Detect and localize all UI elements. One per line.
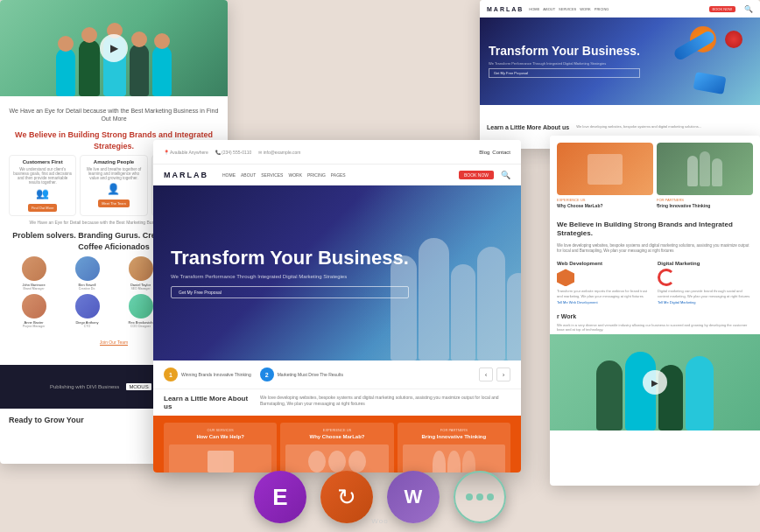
dots-container: [466, 494, 494, 500]
right-webdev: Web Development Transform your website r…: [557, 261, 652, 304]
woo-symbol: W: [405, 486, 423, 508]
center-book-btn[interactable]: BOOK NOW: [459, 171, 494, 179]
team-member-1: John Bartmore Brand Manager: [9, 256, 59, 290]
center-about: Learn a Little More About us We love dev…: [153, 389, 521, 416]
right-section-title: We Believe in Building Strong Brands and…: [550, 215, 760, 242]
right-play-btn[interactable]: ▶: [643, 370, 667, 395]
team-member-5: Anne Baxter Project Manager: [9, 294, 59, 328]
center-about-text: We love developing websites, bespoke sys…: [260, 395, 510, 407]
screenshot-top-right: MARLAB HOME ABOUT SERVICES WORK PRICING …: [480, 0, 760, 149]
tr-hero-subtitle: We Transform Performance Through Integra…: [489, 61, 640, 66]
right-cards: EXPERIENCE US Why Choose MarLab? FOR PAR…: [550, 136, 760, 215]
tr-nav: MARLAB HOME ABOUT SERVICES WORK PRICING …: [480, 0, 760, 18]
join-team-link[interactable]: Join Our Team: [100, 340, 128, 346]
woo-icon[interactable]: W: [387, 471, 440, 523]
right-card-2: FOR PARTNERS Bring Innovative Thinking: [657, 143, 753, 208]
center-hero-btn[interactable]: Get My Free Proposal: [171, 286, 409, 298]
left-hero-image: ▶: [0, 0, 228, 96]
customers-icon: 👥: [13, 187, 72, 200]
tr-hero-title: Transform Your Business.: [489, 45, 640, 58]
center-numbers: 1 Winning Brands Innovative Thinking 2 M…: [153, 360, 521, 389]
center-about-title: Learn a Little More About us: [164, 395, 251, 410]
find-out-more-btn[interactable]: Find Out More: [28, 204, 58, 212]
more-icon[interactable]: [454, 471, 506, 523]
num-item-1: 1 Winning Brands Innovative Thinking: [164, 368, 251, 382]
team-member-6: Diego Anthony CTO: [62, 294, 112, 328]
tr-decorations: [672, 26, 742, 96]
update-icon[interactable]: ↻: [320, 471, 373, 523]
right-digmkt: Digital Marketing Digital marketing can …: [658, 261, 753, 304]
center-nav: 📍 Available Anywhere 📞 (234) 555-0110 ✉ …: [153, 140, 521, 164]
tr-about-text: We love developing websites, bespoke sys…: [576, 124, 701, 129]
tr-logo: MARLAB: [487, 6, 524, 12]
right-hero-image: ▶: [550, 334, 760, 430]
team-member-2: Ben Sewell Creative Dir.: [62, 256, 112, 290]
left-card-people: Amazing People We live and breathe toget…: [80, 155, 147, 216]
elementor-symbol: E: [272, 484, 287, 511]
tr-nav-links: HOME ABOUT SERVICES WORK PRICING: [529, 7, 609, 11]
play-button[interactable]: ▶: [100, 34, 128, 62]
screenshot-right: EXPERIENCE US Why Choose MarLab? FOR PAR…: [550, 136, 760, 486]
right-work-section: r Work We work in a very diverse and ver…: [550, 308, 760, 334]
footer-publishing-text: Publishing with DIVI Business: [50, 384, 119, 389]
woo-label: Woo: [371, 517, 388, 525]
center-hero-title: Transform Your Business.: [171, 248, 409, 269]
center-search-icon[interactable]: 🔍: [501, 171, 510, 179]
right-services: Web Development Transform your website r…: [550, 257, 760, 307]
center-social-links: Blog Contact: [479, 150, 510, 155]
num-item-2: 2 Marketing Must Drive The Results: [260, 368, 343, 382]
right-section-text: We love developing websites, bespoke sys…: [550, 242, 760, 258]
footer-logo: MODUS: [126, 383, 151, 389]
next-arrow[interactable]: ›: [496, 368, 510, 382]
webdev-link[interactable]: Tell Me Web Development: [557, 300, 652, 304]
elementor-icon[interactable]: E: [254, 471, 306, 523]
left-tagline: We Have an Eye for Detail because with t…: [9, 107, 219, 122]
people-icon: 👤: [84, 183, 143, 195]
digmkt-link[interactable]: Tell Me Digital Marketing: [658, 300, 753, 304]
dec-blue-rect: [693, 72, 727, 94]
center-nav-links: HOME ABOUT SERVICES WORK PRICING PAGES: [222, 172, 346, 178]
tr-hero-btn[interactable]: Get My Free Proposal: [489, 68, 640, 78]
dec-red-circle: [725, 31, 742, 48]
canvas: ▶ We Have an Eye for Detail because with…: [0, 0, 760, 532]
dot-3: [487, 494, 494, 500]
update-symbol: ↻: [337, 484, 356, 511]
screenshot-center: 📍 Available Anywhere 📞 (234) 555-0110 ✉ …: [153, 140, 521, 472]
center-hero: Transform Your Business. We Transform Pe…: [153, 186, 521, 360]
tr-about-title: Learn a Little More About us: [487, 124, 569, 130]
prev-arrow[interactable]: ‹: [479, 368, 493, 382]
right-card-1: EXPERIENCE US Why Choose MarLab?: [557, 143, 653, 208]
center-nav-arrows: ‹ ›: [479, 368, 510, 382]
tr-search-icon[interactable]: 🔍: [744, 5, 753, 13]
dot-1: [466, 494, 473, 500]
left-card-customers: Customers First We understand our client…: [9, 155, 76, 216]
tr-hero: Transform Your Business. We Transform Pe…: [480, 18, 760, 105]
center-logo: MARLAB: [164, 171, 208, 179]
tr-book-btn[interactable]: BOOK NOW: [709, 6, 735, 12]
meet-team-btn[interactable]: Meet The Team: [98, 200, 130, 207]
center-main-nav: MARLAB HOME ABOUT SERVICES WORK PRICING …: [153, 164, 521, 186]
dot-2: [476, 494, 483, 500]
center-hero-subtitle: We Transform Performance Through Integra…: [171, 274, 409, 279]
